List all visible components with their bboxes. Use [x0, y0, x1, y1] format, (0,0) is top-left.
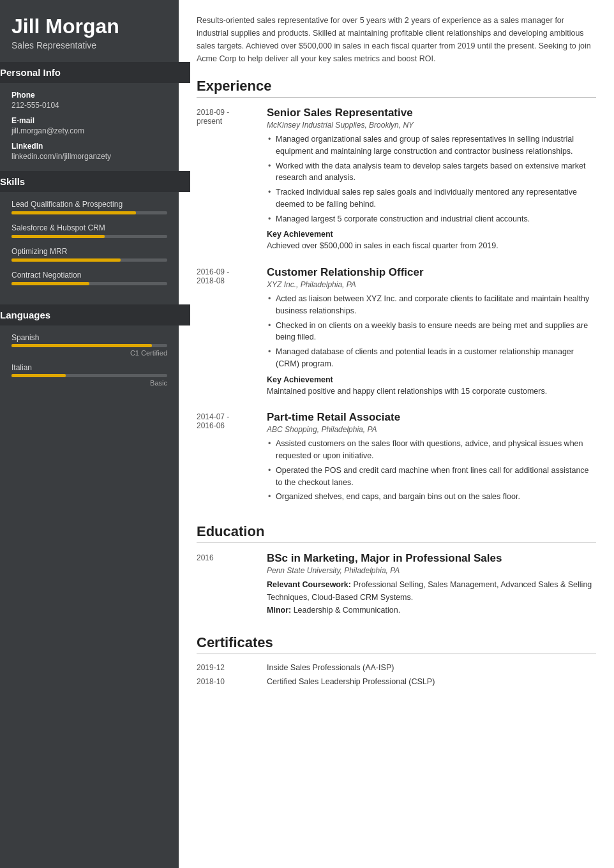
personal-info-section: Phone 212-555-0104 E-mail jill.morgan@ze… — [0, 91, 179, 171]
key-achievement-label: Key Achievement — [267, 230, 596, 239]
experience-title: Experience — [197, 78, 596, 98]
exp-date: 2014-07 -2016-06 — [197, 411, 267, 505]
exp-company: ABC Shopping, Philadelphia, PA — [267, 425, 596, 434]
skill-item: Contract Negotiation — [11, 271, 167, 285]
candidate-title: Sales Representative — [11, 40, 167, 50]
skill-bar-bg — [11, 282, 167, 285]
skill-name: Lead Qualification & Prospecting — [11, 200, 167, 209]
skill-name: Salesforce & Hubspot CRM — [11, 223, 167, 232]
skill-bar-fill — [11, 235, 105, 238]
skill-name: Contract Negotiation — [11, 271, 167, 280]
lang-level: Basic — [11, 379, 167, 387]
skill-bar-fill — [11, 258, 121, 262]
experience-row: 2014-07 -2016-06 Part-time Retail Associ… — [197, 411, 596, 505]
exp-job-title: Part-time Retail Associate — [267, 411, 596, 424]
cert-date: 2018-10 — [197, 677, 267, 686]
linkedin-value: linkedin.com/in/jillmorganzety — [11, 152, 167, 161]
bullet-item: Checked in on clients on a weekly basis … — [267, 320, 596, 344]
exp-company: McKinsey Industrial Supplies, Brooklyn, … — [267, 121, 596, 130]
certificate-row: 2019-12 Inside Sales Professionals (AA-I… — [197, 663, 596, 672]
lang-bar-fill — [11, 344, 152, 347]
experience-row: 2018-09 -present Senior Sales Representa… — [197, 107, 596, 252]
skills-section: Lead Qualification & Prospecting Salesfo… — [0, 200, 179, 304]
bullet-item: Tracked individual sales rep sales goals… — [267, 186, 596, 211]
edu-date: 2016 — [197, 552, 267, 617]
skill-item: Optimizing MRR — [11, 247, 167, 262]
skill-bar-bg — [11, 258, 167, 262]
bullet-item: Managed database of clients and potentia… — [267, 346, 596, 370]
lang-bar-fill — [11, 374, 66, 377]
cert-name: Inside Sales Professionals (AA-ISP) — [267, 663, 394, 672]
exp-date: 2018-09 -present — [197, 107, 267, 252]
summary-text: Results-oriented sales representative fo… — [197, 14, 596, 65]
exp-job-title: Customer Relationship Officer — [267, 266, 596, 279]
email-value: jill.morgan@zety.com — [11, 126, 167, 135]
experience-section: Experience 2018-09 -present Senior Sales… — [197, 78, 596, 505]
skill-bar-fill — [11, 211, 136, 214]
coursework-label: Relevant Coursework: — [267, 580, 351, 589]
languages-section-title: Languages — [0, 304, 190, 326]
bullet-item: Operated the POS and credit card machine… — [267, 465, 596, 489]
candidate-name: Jill Morgan — [11, 15, 167, 38]
bullet-item: Managed largest 5 corporate construction… — [267, 213, 596, 225]
experience-row: 2016-09 -2018-08 Customer Relationship O… — [197, 266, 596, 397]
certificates-section: Certificates 2019-12 Inside Sales Profes… — [197, 634, 596, 686]
skill-bar-fill — [11, 282, 89, 285]
bullet-item: Acted as liaison between XYZ Inc. and co… — [267, 293, 596, 317]
exp-company: XYZ Inc., Philadelphia, PA — [267, 280, 596, 289]
sidebar-header: Jill Morgan Sales Representative — [0, 0, 179, 62]
lang-bar-bg — [11, 344, 167, 347]
edu-degree: BSc in Marketing, Major in Professional … — [267, 552, 596, 565]
skill-bar-bg — [11, 235, 167, 238]
exp-bullets: Assisted customers on the sales floor wi… — [267, 438, 596, 503]
skills-section-title: Skills — [0, 171, 190, 192]
lang-name: Italian — [11, 363, 167, 372]
exp-content: Customer Relationship Officer XYZ Inc., … — [267, 266, 596, 397]
phone-value: 212-555-0104 — [11, 101, 167, 110]
key-achievement-text: Maintained positive and happy client rel… — [267, 385, 596, 398]
skill-item: Lead Qualification & Prospecting — [11, 200, 167, 214]
exp-bullets: Acted as liaison between XYZ Inc. and co… — [267, 293, 596, 370]
edu-content: BSc in Marketing, Major in Professional … — [267, 552, 596, 617]
phone-label: Phone — [11, 91, 167, 100]
sidebar: Jill Morgan Sales Representative Persona… — [0, 0, 179, 868]
bullet-item: Organized shelves, end caps, and bargain… — [267, 491, 596, 503]
bullet-item: Assisted customers on the sales floor wi… — [267, 438, 596, 462]
key-achievement-label: Key Achievement — [267, 375, 596, 384]
exp-date: 2016-09 -2018-08 — [197, 266, 267, 397]
bullet-item: Managed organizational sales and group o… — [267, 133, 596, 158]
language-item: Italian Basic — [11, 363, 167, 387]
cert-name: Certified Sales Leadership Professional … — [267, 677, 435, 686]
exp-bullets: Managed organizational sales and group o… — [267, 133, 596, 225]
key-achievement-text: Achieved over $500,000 in sales in each … — [267, 240, 596, 252]
edu-detail: Relevant Coursework: Professional Sellin… — [267, 578, 596, 617]
certificate-row: 2018-10 Certified Sales Leadership Profe… — [197, 677, 596, 686]
exp-content: Part-time Retail Associate ABC Shopping,… — [267, 411, 596, 505]
education-title: Education — [197, 523, 596, 543]
exp-job-title: Senior Sales Representative — [267, 107, 596, 119]
language-item: Spanish C1 Certified — [11, 333, 167, 357]
lang-name: Spanish — [11, 333, 167, 342]
education-section: Education 2016 BSc in Marketing, Major i… — [197, 523, 596, 617]
personal-info-section-title: Personal Info — [0, 62, 190, 83]
skill-item: Salesforce & Hubspot CRM — [11, 223, 167, 238]
lang-level: C1 Certified — [11, 349, 167, 357]
cert-date: 2019-12 — [197, 663, 267, 672]
linkedin-label: LinkedIn — [11, 142, 167, 151]
email-label: E-mail — [11, 116, 167, 125]
skill-name: Optimizing MRR — [11, 247, 167, 256]
edu-school: Penn State University, Philadelphia, PA — [267, 566, 596, 575]
lang-bar-bg — [11, 374, 167, 377]
minor-label: Minor: — [267, 606, 291, 615]
bullet-item: Worked with the data analysis team to de… — [267, 160, 596, 184]
education-row: 2016 BSc in Marketing, Major in Professi… — [197, 552, 596, 617]
exp-content: Senior Sales Representative McKinsey Ind… — [267, 107, 596, 252]
certificates-title: Certificates — [197, 634, 596, 654]
main-content: Results-oriented sales representative fo… — [179, 0, 614, 868]
skill-bar-bg — [11, 211, 167, 214]
languages-section: Spanish C1 Certified Italian Basic — [0, 333, 179, 403]
